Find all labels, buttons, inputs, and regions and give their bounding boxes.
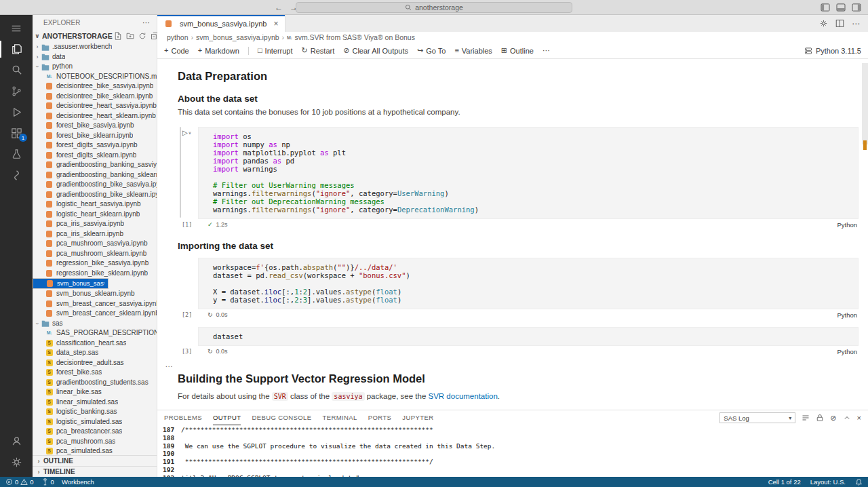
tree-folder-python[interactable]: ›python <box>33 62 157 72</box>
panel-tab-ports[interactable]: PORTS <box>368 410 392 425</box>
tree-file-gradientboosting_bike_sklearn.ipynb[interactable]: gradientboosting_bike_sklearn.ipynb <box>33 190 157 200</box>
cell-editor[interactable]: import osimport numpy as npimport matplo… <box>198 127 859 219</box>
accounts-button[interactable] <box>0 431 33 452</box>
tree-folder-data[interactable]: ›data <box>33 52 157 62</box>
tree-file-gradientboosting_bike_sasviya.ipynb[interactable]: gradientboosting_bike_sasviya.ipynb <box>33 180 157 190</box>
interrupt-button[interactable]: □ Interrupt <box>258 47 293 55</box>
ports-status[interactable]: 0 <box>41 478 54 486</box>
toolbar-more-icon[interactable]: ⋯ <box>542 47 550 54</box>
outline-section[interactable]: › OUTLINE <box>33 455 157 466</box>
tree-file-forest_digits_sasviya.ipynb[interactable]: forest_digits_sasviya.ipynb <box>33 140 157 151</box>
tree-file-pca_mushroom.sas[interactable]: Spca_mushroom.sas <box>33 437 157 447</box>
tree-file-pca_iris_sasviya.ipynb[interactable]: pca_iris_sasviya.ipynb <box>33 219 157 229</box>
variables-button[interactable]: ≡ Variables <box>454 47 492 55</box>
tree-file-logistic_banking.sas[interactable]: Slogistic_banking.sas <box>33 407 157 417</box>
tree-file-SAS_PROGRAM_DESCRIPTIONS.md[interactable]: M↓SAS_PROGRAM_DESCRIPTIONS.md <box>33 328 157 338</box>
new-file-icon[interactable] <box>114 32 122 40</box>
cell-editor[interactable]: workspace=f'{os.path.abspath("")}/../dat… <box>198 258 859 309</box>
restart-button[interactable]: ↻ Restart <box>302 47 335 55</box>
maximize-panel-icon[interactable] <box>843 414 851 422</box>
tree-file-pca_simulated.sas[interactable]: Spca_simulated.sas <box>33 446 157 455</box>
lock-scroll-icon[interactable] <box>816 414 824 422</box>
toggle-panel-icon[interactable] <box>836 3 846 12</box>
activity-run-debug[interactable] <box>0 102 33 123</box>
go-to-button[interactable]: ↪ Go To <box>417 47 446 55</box>
activity-source-control[interactable] <box>0 81 33 102</box>
close-tab-icon[interactable]: × <box>273 19 278 28</box>
cell-language-picker[interactable]: Python <box>837 311 859 319</box>
outline-button[interactable]: ⊞ Outline <box>501 47 534 55</box>
tree-file-linear_bike.sas[interactable]: Slinear_bike.sas <box>33 387 157 397</box>
activity-testing[interactable] <box>0 144 33 165</box>
toggle-secondary-sidebar-icon[interactable] <box>852 3 861 12</box>
activity-sas-extension[interactable] <box>0 165 33 186</box>
workspace-section-header[interactable]: ∨ ANOTHERSTORAGE <box>33 30 157 42</box>
close-panel-icon[interactable]: × <box>857 414 861 422</box>
bell-icon[interactable] <box>855 478 863 486</box>
activity-extensions[interactable]: 1 <box>0 123 33 144</box>
refresh-icon[interactable] <box>138 32 146 40</box>
cell-editor[interactable]: dataset <box>198 327 859 346</box>
output-wordwrap-icon[interactable] <box>802 414 810 422</box>
activity-explorer[interactable] <box>0 39 33 60</box>
tree-file-forest_bike.sas[interactable]: Sforest_bike.sas <box>33 368 157 378</box>
workbench-status[interactable]: Workbench <box>62 478 94 486</box>
tree-file-classification_heart.sas[interactable]: Sclassification_heart.sas <box>33 338 157 349</box>
tree-file-linear_simulated.sas[interactable]: Slinear_simulated.sas <box>33 397 157 408</box>
tab-svm-bonus-sasviya[interactable]: svm_bonus_sasviya.ipynb × <box>157 15 285 32</box>
command-center-search[interactable]: anotherstorage <box>296 2 572 13</box>
run-cell-button[interactable]: ▷∨ <box>182 129 191 136</box>
new-folder-icon[interactable] <box>126 32 134 40</box>
panel-tab-output[interactable]: OUTPUT <box>213 410 241 425</box>
cell-indicator[interactable]: Cell 1 of 22 <box>768 478 801 486</box>
breadcrumb-item[interactable]: python <box>167 33 189 41</box>
breadcrumb-item[interactable]: svm.SVR from SAS® Viya® on Bonus <box>294 33 415 41</box>
breadcrumb-item[interactable]: svm_bonus_sasviya.ipynb <box>196 33 279 41</box>
tree-file-logistic_heart_sklearn.ipynb[interactable]: logistic_heart_sklearn.ipynb <box>33 210 157 220</box>
split-editor-icon[interactable] <box>835 19 844 28</box>
tree-file-NOTEBOOK_DESCRIPTIONS.md[interactable]: M↓NOTEBOOK_DESCRIPTIONS.md <box>33 72 157 82</box>
tree-file-regression_bike_sasviya.ipynb[interactable]: regression_bike_sasviya.ipynb <box>33 258 157 269</box>
code-cell[interactable]: [3]dataset↻0.0sPython <box>178 327 859 357</box>
problems-status[interactable]: 0 0 <box>5 478 34 486</box>
tree-file-decisiontree_bike_sklearn.ipynb[interactable]: decisiontree_bike_sklearn.ipynb <box>33 92 157 102</box>
code-cell[interactable]: ▷∨[1]import osimport numpy as npimport m… <box>178 127 859 230</box>
layout-indicator[interactable]: Layout: U.S. <box>810 478 846 486</box>
manage-button[interactable] <box>0 452 33 473</box>
tree-file-decisiontree_adult.sas[interactable]: Sdecisiontree_adult.sas <box>33 358 157 368</box>
nav-back-button[interactable]: ← <box>275 3 283 12</box>
tree-file-regression_bike_sklearn.ipynb[interactable]: regression_bike_sklearn.ipynb <box>33 269 157 279</box>
tree-file-svm_bonus_sasviya.ipynb[interactable]: svm_bonus_sasviya.ipynb <box>33 278 108 289</box>
tree-file-svm_breast_cancer_sasviya.ipynb[interactable]: svm_breast_cancer_sasviya.ipynb <box>33 299 157 309</box>
tree-file-pca_iris_sklearn.ipynb[interactable]: pca_iris_sklearn.ipynb <box>33 229 157 239</box>
tree-folder-.sasuser.workbench[interactable]: ›.sasuser.workbench <box>33 42 157 52</box>
more-actions-icon[interactable]: ⋯ <box>852 19 860 28</box>
cell-language-picker[interactable]: Python <box>837 348 859 355</box>
add-markdown-cell-button[interactable]: + Markdown <box>198 47 239 55</box>
tree-file-logistic_heart_sasviya.ipynb[interactable]: logistic_heart_sasviya.ipynb <box>33 199 157 210</box>
tree-file-forest_bike_sasviya.ipynb[interactable]: forest_bike_sasviya.ipynb <box>33 121 157 131</box>
timeline-section[interactable]: › TIMELINE <box>33 466 157 477</box>
doc-link[interactable]: SVR documentation <box>429 392 498 400</box>
tree-file-pca_mushroom_sklearn.ipynb[interactable]: pca_mushroom_sklearn.ipynb <box>33 249 157 259</box>
toggle-primary-sidebar-icon[interactable] <box>821 3 830 12</box>
cell-language-picker[interactable]: Python <box>837 221 859 229</box>
tree-file-logistic_simulated.sas[interactable]: Slogistic_simulated.sas <box>33 417 157 427</box>
explorer-more-actions-icon[interactable]: ⋯ <box>142 18 150 27</box>
tree-file-forest_digits_sklearn.ipynb[interactable]: forest_digits_sklearn.ipynb <box>33 151 157 161</box>
tree-file-svm_breast_cancer_sklearn.ipynb[interactable]: svm_breast_cancer_sklearn.ipynb <box>33 309 157 319</box>
tree-file-svm_bonus_sklearn.ipynb[interactable]: svm_bonus_sklearn.ipynb <box>33 289 157 299</box>
clear-output-icon[interactable]: ⊘ <box>830 414 836 422</box>
add-code-cell-button[interactable]: + Code <box>164 47 189 55</box>
output-channel-select[interactable]: SAS Log ▾ <box>719 412 795 423</box>
scrollbar-thumb[interactable] <box>862 63 868 144</box>
tree-file-gradientboosting_students.sas[interactable]: Sgradientboosting_students.sas <box>33 378 157 388</box>
panel-tab-terminal[interactable]: TERMINAL <box>323 410 357 425</box>
tree-file-pca_breastcancer.sas[interactable]: Spca_breastcancer.sas <box>33 427 157 437</box>
notebook-settings-icon[interactable] <box>819 19 828 28</box>
panel-tab-debug-console[interactable]: DEBUG CONSOLE <box>252 410 311 425</box>
tree-file-data_step.sas[interactable]: Sdata_step.sas <box>33 348 157 358</box>
tree-file-gradientboosting_banking_sklearn.ip...[interactable]: gradientboosting_banking_sklearn.ip... <box>33 170 157 180</box>
clear-all-outputs-button[interactable]: ⊘ Clear All Outputs <box>343 47 408 55</box>
tree-file-pca_mushroom_sasviya.ipynb[interactable]: pca_mushroom_sasviya.ipynb <box>33 239 157 249</box>
